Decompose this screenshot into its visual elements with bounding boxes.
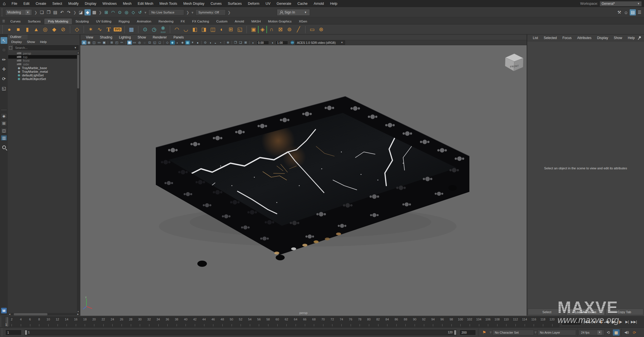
menu-display[interactable]: Display bbox=[82, 2, 99, 6]
shelf-tab-mash[interactable]: MASH bbox=[248, 19, 264, 24]
menu-mesh[interactable]: Mesh bbox=[120, 2, 135, 6]
scroll-left-icon[interactable]: ◀ bbox=[8, 313, 11, 315]
fps-select[interactable]: 24 fps ▼ bbox=[579, 330, 604, 335]
shelf-tab-custom[interactable]: Custom bbox=[213, 19, 231, 24]
poly-disc-icon[interactable]: ⊘ bbox=[59, 25, 68, 34]
layout-outliner-persp[interactable]: ▥ bbox=[1, 135, 7, 141]
greasepencil-icon[interactable]: ✏ bbox=[120, 40, 124, 45]
gate-mask-icon[interactable]: ◌ bbox=[142, 40, 147, 45]
exposure-toggle-icon[interactable]: ◔ bbox=[218, 40, 223, 45]
undo-icon[interactable]: ↶ bbox=[59, 9, 65, 15]
shelf-tab-poly-modeling[interactable]: Poly Modeling bbox=[44, 19, 72, 24]
lock-camera-icon[interactable]: ▦ bbox=[87, 40, 92, 45]
2d-pan-zoom-icon[interactable]: ⊞ bbox=[109, 40, 114, 45]
quad-draw-icon[interactable]: ╱ bbox=[294, 25, 303, 34]
view-cube[interactable]: FRONT bbox=[501, 50, 527, 76]
timeline-ruler[interactable]: 1 24681012141618202224262830323436384042… bbox=[4, 317, 559, 327]
range-start-handle[interactable] bbox=[25, 330, 27, 335]
menu-edit-mesh[interactable]: Edit Mesh bbox=[134, 2, 156, 6]
ae-menu-list[interactable]: List bbox=[530, 36, 541, 40]
scale-tool-icon[interactable]: ◱ bbox=[1, 85, 7, 92]
viewport-menu-show[interactable]: Show bbox=[134, 35, 149, 39]
freeze-transform-icon[interactable]: ❄0,0,0 bbox=[159, 25, 168, 34]
clip-icon[interactable]: ❏ bbox=[238, 40, 243, 45]
view-transform-select[interactable]: ACES 1.0 SDR-video (sRGB) ▼ bbox=[295, 40, 345, 45]
menu-mesh-tools[interactable]: Mesh Tools bbox=[156, 2, 180, 6]
chevron-down-icon[interactable]: ▽ bbox=[535, 331, 536, 334]
scrollbar-thumb[interactable] bbox=[77, 55, 79, 88]
sound-icon[interactable]: ◀))) bbox=[623, 329, 630, 336]
poly-plane-icon[interactable]: ◆ bbox=[50, 25, 59, 34]
snap-projected-center-icon[interactable]: ◎ bbox=[124, 9, 130, 15]
textured-icon[interactable]: ◐ bbox=[175, 40, 180, 45]
grip-handle[interactable] bbox=[2, 8, 4, 16]
ae-menu-display[interactable]: Display bbox=[594, 36, 611, 40]
shelf-tab-fx-caching[interactable]: FX Caching bbox=[189, 19, 213, 24]
outliner-menu-help[interactable]: Help bbox=[38, 40, 49, 44]
viewport-menu-shading[interactable]: Shading bbox=[97, 35, 116, 39]
snap-curve-icon[interactable]: ◠ bbox=[110, 9, 116, 15]
menu-arnold[interactable]: Arnold bbox=[311, 2, 327, 6]
grid-icon[interactable]: ▦ bbox=[127, 40, 132, 45]
extrude-icon[interactable]: ▣ bbox=[249, 25, 258, 34]
group-collapser[interactable]: ❯ bbox=[185, 10, 190, 15]
character-set-select[interactable]: No Character Set bbox=[492, 330, 534, 335]
curve-fit-icon[interactable]: ◡ bbox=[181, 25, 190, 34]
menu-cache[interactable]: Cache bbox=[294, 2, 310, 6]
viewport-menu-lighting[interactable]: Lighting bbox=[116, 35, 134, 39]
safe-action-icon[interactable]: ◱ bbox=[152, 40, 157, 45]
group-collapser[interactable]: ❯ bbox=[72, 10, 77, 15]
outliner-menu-display[interactable]: Display bbox=[9, 40, 24, 44]
play-forwards-button[interactable]: ▶ bbox=[610, 318, 617, 325]
animation-start-input[interactable]: 1 bbox=[5, 330, 22, 335]
menu-edit[interactable]: Edit bbox=[20, 2, 33, 6]
load-attributes-button[interactable]: Load Attributes bbox=[567, 309, 605, 315]
maya-badge[interactable]: M bbox=[1, 308, 7, 313]
reset-transform-icon[interactable]: ◷ bbox=[150, 25, 159, 34]
center-pivot-icon[interactable]: ⊙ bbox=[141, 25, 150, 34]
wireframe-on-shaded-icon[interactable]: ◈ bbox=[180, 40, 185, 45]
symmetry-field[interactable]: Symmetry: Off bbox=[195, 9, 226, 15]
modeling-toolkit-shelf-icon[interactable]: ▦ bbox=[127, 25, 136, 34]
marble-tray-model[interactable] bbox=[80, 45, 527, 315]
paint-select-tool-icon[interactable]: ✏ bbox=[1, 56, 7, 63]
exposure-field[interactable]: 0.00 bbox=[257, 41, 269, 45]
select-camera-icon[interactable]: A bbox=[82, 40, 86, 45]
rotate-tool-icon[interactable]: ⟳ bbox=[1, 75, 7, 82]
poly-cylinder-icon[interactable]: ▮ bbox=[23, 25, 32, 34]
retopologize-icon[interactable]: ◱ bbox=[235, 25, 244, 34]
current-time-input[interactable]: 1 bbox=[561, 318, 581, 325]
playblast-icon[interactable]: ▦ bbox=[613, 329, 620, 336]
shelf-tab-animation[interactable]: Animation bbox=[133, 19, 155, 24]
outliner-item-defaultObjectSet[interactable]: ◉defaultObjectSet bbox=[8, 77, 79, 81]
menu-modify[interactable]: Modify bbox=[65, 2, 82, 6]
use-default-material-icon[interactable]: ▩ bbox=[185, 40, 190, 45]
gamma-field[interactable]: 1.00 bbox=[276, 41, 288, 45]
lasso-tool-icon[interactable]: ◌ bbox=[1, 47, 7, 53]
ae-menu-attributes[interactable]: Attributes bbox=[574, 36, 594, 40]
shelf-tab-uv-editing[interactable]: UV Editing bbox=[92, 19, 115, 24]
lighting-icon[interactable]: ☀ bbox=[190, 40, 195, 45]
range-slider[interactable]: 1 120 bbox=[24, 330, 457, 335]
play-backwards-button[interactable]: ◀ bbox=[604, 318, 610, 325]
shelf-tab-fx[interactable]: FX bbox=[177, 19, 189, 24]
shadows-icon[interactable]: ● bbox=[195, 40, 200, 45]
type-tool-icon[interactable]: T bbox=[104, 25, 113, 34]
sign-in-button[interactable]: Sign In ▼ bbox=[277, 9, 310, 16]
menu-mesh-display[interactable]: Mesh Display bbox=[180, 2, 207, 6]
anim-layer-select[interactable]: No Anim Layer bbox=[537, 330, 576, 335]
sequence-icon[interactable]: ❐ bbox=[233, 40, 238, 45]
poly-cube-icon[interactable]: ■ bbox=[14, 25, 23, 34]
outliner-item-TrayMarble_base[interactable]: ◈TrayMarble_base bbox=[8, 66, 79, 70]
menu-deform[interactable]: Deform bbox=[245, 2, 262, 6]
character-controls-icon[interactable]: ☺ bbox=[623, 9, 629, 15]
go-to-end-button[interactable]: ▶▶| bbox=[631, 318, 637, 325]
outliner-item-top[interactable]: top bbox=[8, 55, 79, 59]
search-input[interactable]: Search... ▼ bbox=[13, 45, 79, 50]
combine-icon[interactable]: ◫ bbox=[208, 25, 217, 34]
copy-tab-button[interactable]: Copy Tab bbox=[605, 309, 643, 315]
bookmark-icon[interactable]: ⚑ bbox=[482, 330, 486, 335]
layout-four-view[interactable]: ⊞ bbox=[1, 120, 7, 126]
scroll-down-icon[interactable]: ▼ bbox=[77, 311, 79, 313]
multi-cut-icon[interactable]: ⊠ bbox=[276, 25, 285, 34]
